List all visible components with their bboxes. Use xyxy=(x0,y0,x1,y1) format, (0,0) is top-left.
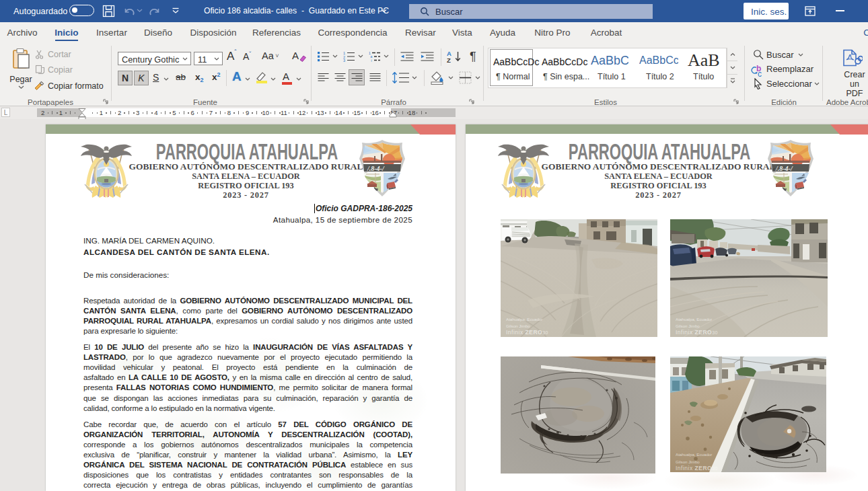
svg-text:Gilson Jimbo: Gilson Jimbo xyxy=(506,324,530,328)
svg-text:i: i xyxy=(371,59,372,62)
svg-text:Atahualpa, Ecuador: Atahualpa, Ecuador xyxy=(676,452,712,457)
svg-text:/.8-4-/: /.8-4-/ xyxy=(367,165,385,172)
svg-text:Infinix ZERO30: Infinix ZERO30 xyxy=(506,329,548,336)
svg-text:/.8-4-/: /.8-4-/ xyxy=(775,165,793,172)
svg-text:Atahualpa, Ecuador: Atahualpa, Ecuador xyxy=(506,317,542,322)
svg-text:3: 3 xyxy=(343,59,345,62)
svg-text:Atahualpa, Ecuador: Atahualpa, Ecuador xyxy=(676,317,712,322)
svg-text:Gilson Jimbo: Gilson Jimbo xyxy=(676,324,700,328)
svg-text:Gilson Jimbo: Gilson Jimbo xyxy=(676,459,700,464)
svg-text:Infinix ZERO30: Infinix ZERO30 xyxy=(676,465,718,471)
svg-text:Infinix ZERO30: Infinix ZERO30 xyxy=(676,329,718,336)
